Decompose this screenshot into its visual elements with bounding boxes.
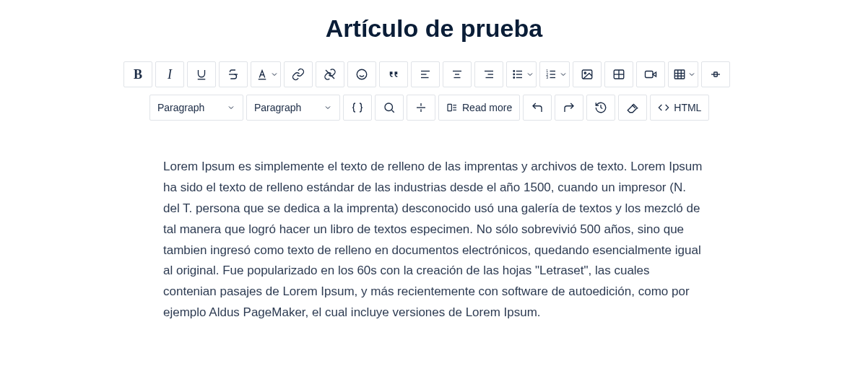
- history-button[interactable]: [586, 95, 615, 121]
- quote-button[interactable]: [379, 61, 408, 87]
- readmore-icon: [446, 102, 458, 113]
- svg-line-44: [391, 110, 394, 112]
- html-label: HTML: [674, 102, 701, 113]
- unlink-button[interactable]: [316, 61, 344, 87]
- ordered-list-icon: 123: [544, 68, 557, 81]
- eraser-icon: [626, 101, 639, 114]
- align-left-button[interactable]: [411, 61, 440, 87]
- chevron-down-icon: [227, 103, 235, 112]
- svg-point-21: [513, 74, 515, 75]
- link-icon: [292, 68, 305, 81]
- pagebreak-button[interactable]: [407, 95, 435, 121]
- chevron-down-icon: [559, 70, 568, 79]
- readmore-button[interactable]: Read more: [438, 95, 520, 121]
- redo-button[interactable]: [555, 95, 583, 121]
- chevron-down-icon: [270, 70, 279, 79]
- emoji-button[interactable]: [347, 61, 376, 87]
- redo-icon: [563, 101, 576, 114]
- unordered-list-button[interactable]: [506, 61, 537, 87]
- svg-point-22: [513, 77, 515, 79]
- align-right-button[interactable]: [474, 61, 503, 87]
- gallery-icon: [612, 68, 625, 81]
- emoji-icon: [355, 68, 368, 81]
- search-icon: [383, 101, 396, 114]
- strikethrough-icon: [227, 68, 240, 81]
- table-button[interactable]: [668, 61, 698, 87]
- undo-button[interactable]: [523, 95, 552, 121]
- italic-button[interactable]: I: [155, 61, 184, 87]
- history-icon: [594, 101, 607, 114]
- svg-point-43: [385, 103, 393, 111]
- underline-icon: [195, 68, 208, 81]
- braces-icon: [351, 101, 364, 114]
- gallery-button[interactable]: [604, 61, 633, 87]
- svg-rect-34: [646, 71, 654, 78]
- editor-toolbar: B I: [123, 61, 745, 121]
- editor-content[interactable]: Lorem Ipsum es simplemente el texto de r…: [163, 142, 705, 323]
- svg-rect-48: [448, 104, 451, 110]
- readmore-label: Read more: [462, 102, 512, 113]
- content-paragraph: Lorem Ipsum es simplemente el texto de r…: [163, 157, 705, 323]
- paragraph-format-select-2[interactable]: Paragraph: [246, 95, 340, 121]
- table-icon: [673, 68, 686, 81]
- paragraph-format-select-1[interactable]: Paragraph: [149, 95, 243, 121]
- unlink-icon: [324, 68, 337, 81]
- chevron-down-icon: [526, 70, 534, 79]
- text-color-icon: [256, 68, 269, 81]
- svg-line-4: [326, 70, 334, 79]
- svg-point-20: [513, 71, 515, 72]
- video-icon: [644, 68, 657, 81]
- image-icon: [581, 68, 594, 81]
- ordered-list-button[interactable]: 123: [539, 61, 570, 87]
- select-label: Paragraph: [157, 102, 204, 113]
- special-char-button[interactable]: [701, 61, 730, 87]
- code-block-button[interactable]: [343, 95, 372, 121]
- svg-point-30: [584, 72, 586, 74]
- svg-point-5: [357, 69, 367, 79]
- video-button[interactable]: [636, 61, 665, 87]
- clear-format-button[interactable]: [618, 95, 647, 121]
- image-button[interactable]: [573, 61, 602, 87]
- select-label: Paragraph: [254, 102, 301, 113]
- search-button[interactable]: [375, 95, 404, 121]
- link-button[interactable]: [284, 61, 313, 87]
- undo-icon: [531, 101, 544, 114]
- html-source-button[interactable]: HTML: [650, 95, 709, 121]
- pagebreak-icon: [415, 101, 428, 114]
- svg-text:3: 3: [546, 75, 548, 79]
- quote-icon: [387, 68, 400, 81]
- align-center-button[interactable]: [443, 61, 472, 87]
- align-left-icon: [419, 68, 432, 81]
- underline-button[interactable]: [187, 61, 216, 87]
- bold-icon: B: [134, 67, 142, 82]
- unordered-list-icon: [511, 68, 524, 81]
- page-title: Artículo de prueba: [123, 14, 745, 43]
- special-char-icon: [709, 68, 722, 81]
- align-right-icon: [482, 68, 495, 81]
- chevron-down-icon: [687, 70, 696, 79]
- text-color-button[interactable]: [251, 61, 281, 87]
- svg-rect-36: [674, 70, 685, 79]
- italic-icon: I: [168, 67, 172, 82]
- align-center-icon: [451, 68, 464, 81]
- strikethrough-button[interactable]: [219, 61, 248, 87]
- chevron-down-icon: [324, 103, 332, 112]
- bold-button[interactable]: B: [123, 61, 152, 87]
- code-icon: [658, 102, 669, 113]
